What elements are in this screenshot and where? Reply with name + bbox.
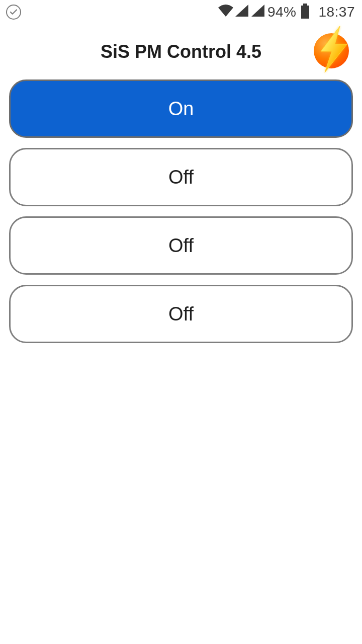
outlet-label: Off: [168, 303, 194, 325]
status-bar: 94% 18:37: [0, 0, 362, 24]
outlet-button-3[interactable]: Off: [9, 216, 353, 275]
outlet-button-2[interactable]: Off: [9, 148, 353, 206]
signal-icon-1: [235, 4, 248, 20]
outlet-button-1[interactable]: On: [9, 79, 353, 138]
outlet-label: Off: [168, 235, 194, 257]
app-title: SiS PM Control 4.5: [101, 41, 261, 62]
battery-icon: [301, 6, 309, 19]
clock: 18:37: [318, 4, 355, 20]
battery-percent: 94%: [267, 4, 297, 20]
outlet-label: On: [168, 98, 194, 120]
status-left: [6, 5, 21, 20]
check-circle-icon: [6, 5, 21, 20]
outlet-button-4[interactable]: Off: [9, 285, 353, 343]
outlet-label: Off: [168, 167, 194, 188]
app-header: SiS PM Control 4.5: [0, 24, 362, 79]
outlet-list: On Off Off Off: [0, 79, 362, 343]
wifi-icon: [218, 4, 233, 20]
status-right: 94% 18:37: [218, 4, 355, 20]
lightning-icon: [312, 29, 353, 70]
signal-icon-2: [251, 4, 264, 20]
